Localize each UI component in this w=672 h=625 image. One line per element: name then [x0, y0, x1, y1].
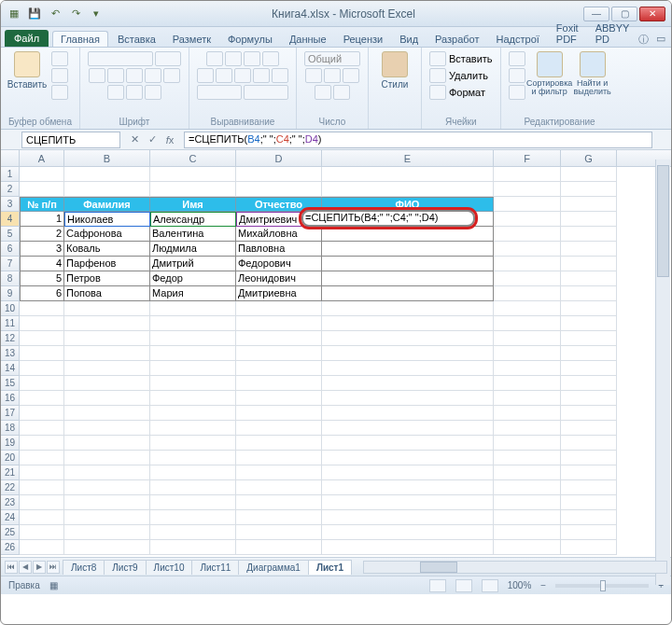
row-headers[interactable]: 1234567891011121314151617181920212223242… — [1, 167, 20, 555]
cell[interactable] — [64, 436, 150, 451]
cell[interactable] — [20, 465, 64, 480]
fill-color-button[interactable] — [126, 85, 143, 100]
sheet-tab[interactable]: Лист10 — [146, 560, 193, 575]
cell[interactable] — [561, 525, 617, 540]
sheet-nav-last[interactable]: ⏭ — [47, 561, 60, 574]
cell[interactable] — [494, 346, 561, 361]
minimize-ribbon-icon[interactable]: ▭ — [656, 33, 665, 47]
cell[interactable] — [494, 227, 561, 242]
find-select-button[interactable]: Найти и выделить — [574, 51, 611, 96]
cell[interactable] — [150, 301, 236, 316]
cell[interactable] — [322, 525, 494, 540]
row-header-8[interactable]: 8 — [1, 271, 20, 286]
align-right-button[interactable] — [234, 68, 251, 83]
cell[interactable]: Парфенов — [64, 257, 150, 271]
sheet-tab[interactable]: Лист9 — [104, 560, 146, 575]
worksheet-grid[interactable]: ABCDEFG 12345678910111213141516171819202… — [1, 150, 671, 557]
copy-button[interactable] — [51, 68, 68, 83]
cell[interactable]: Дмитрий — [150, 257, 236, 271]
cell[interactable] — [494, 436, 561, 451]
row-header-23[interactable]: 23 — [1, 495, 20, 510]
tab-data[interactable]: Данные — [282, 32, 334, 47]
row-header-10[interactable]: 10 — [1, 301, 20, 316]
cell[interactable] — [236, 331, 322, 346]
cell[interactable] — [64, 465, 150, 480]
horizontal-scrollbar[interactable] — [363, 561, 667, 574]
cell[interactable] — [236, 182, 322, 197]
sheet-tab[interactable]: Лист1 — [308, 560, 352, 575]
cell[interactable] — [561, 421, 617, 436]
cell[interactable] — [561, 451, 617, 465]
cell[interactable] — [322, 361, 494, 376]
cell[interactable] — [494, 242, 561, 257]
autosum-button[interactable] — [509, 51, 525, 66]
row-header-12[interactable]: 12 — [1, 331, 20, 346]
cell[interactable] — [150, 361, 236, 376]
cell[interactable] — [150, 480, 236, 495]
cell[interactable] — [494, 510, 561, 525]
tab-foxit[interactable]: Foxit PDF — [549, 21, 586, 47]
sheet-nav-prev[interactable]: ◀ — [19, 561, 32, 574]
cell[interactable] — [20, 346, 64, 361]
cell[interactable]: Николаев — [64, 212, 150, 227]
sheet-nav-next[interactable]: ▶ — [33, 561, 46, 574]
cell[interactable] — [494, 540, 561, 555]
tab-abbyy[interactable]: ABBYY PD — [588, 21, 637, 47]
cell[interactable] — [561, 257, 617, 271]
indent-inc-button[interactable] — [272, 68, 288, 83]
vertical-scrollbar[interactable] — [655, 160, 670, 585]
cell[interactable] — [494, 421, 561, 436]
cell[interactable] — [561, 495, 617, 510]
delete-cells-button[interactable]: Удалить — [449, 70, 488, 81]
minimize-button[interactable]: — — [583, 7, 609, 21]
cell[interactable] — [150, 316, 236, 331]
cell[interactable] — [494, 465, 561, 480]
cell[interactable]: Федорович — [236, 257, 322, 271]
format-cells-button[interactable]: Формат — [449, 87, 485, 98]
cell[interactable] — [236, 391, 322, 406]
formula-bar[interactable]: =СЦЕПИТЬ(B4;" ";C4;" ";D4) — [184, 132, 652, 148]
wrap-text-button[interactable] — [197, 85, 242, 100]
cell[interactable] — [236, 376, 322, 391]
row-header-3[interactable]: 3 — [1, 197, 20, 212]
clear-button[interactable] — [509, 85, 525, 100]
redo-icon[interactable]: ↷ — [68, 7, 83, 21]
increase-font-button[interactable] — [145, 68, 161, 83]
cell[interactable] — [20, 421, 64, 436]
maximize-button[interactable]: ▢ — [611, 7, 637, 21]
cell[interactable]: 3 — [20, 242, 64, 257]
cell[interactable] — [20, 376, 64, 391]
cell[interactable] — [64, 376, 150, 391]
cancel-edit-button[interactable]: ✕ — [126, 132, 143, 148]
cell[interactable] — [494, 271, 561, 286]
row-header-15[interactable]: 15 — [1, 376, 20, 391]
orientation-button[interactable] — [262, 51, 279, 66]
col-header-A[interactable]: A — [20, 150, 64, 166]
row-header-17[interactable]: 17 — [1, 406, 20, 421]
cell[interactable]: 1 — [20, 212, 64, 227]
cell[interactable] — [64, 346, 150, 361]
cell[interactable]: Леонидович — [236, 271, 322, 286]
cell[interactable] — [561, 510, 617, 525]
cell[interactable]: Александр — [150, 212, 236, 227]
decrease-font-button[interactable] — [163, 68, 180, 83]
row-header-18[interactable]: 18 — [1, 421, 20, 436]
cell[interactable] — [20, 495, 64, 510]
cell[interactable] — [561, 465, 617, 480]
view-layout-button[interactable] — [455, 579, 472, 592]
indent-dec-button[interactable] — [253, 68, 270, 83]
cell[interactable] — [322, 242, 494, 257]
cell[interactable] — [561, 271, 617, 286]
cell[interactable] — [236, 540, 322, 555]
cell[interactable] — [494, 212, 561, 227]
cell[interactable] — [150, 451, 236, 465]
cell[interactable] — [150, 495, 236, 510]
cell[interactable] — [494, 301, 561, 316]
col-header-E[interactable]: E — [322, 150, 494, 166]
tab-insert[interactable]: Вставка — [110, 32, 163, 47]
cell[interactable]: Валентина — [150, 227, 236, 242]
cell[interactable] — [494, 331, 561, 346]
cell[interactable] — [322, 331, 494, 346]
cell[interactable] — [561, 480, 617, 495]
cell[interactable] — [322, 465, 494, 480]
